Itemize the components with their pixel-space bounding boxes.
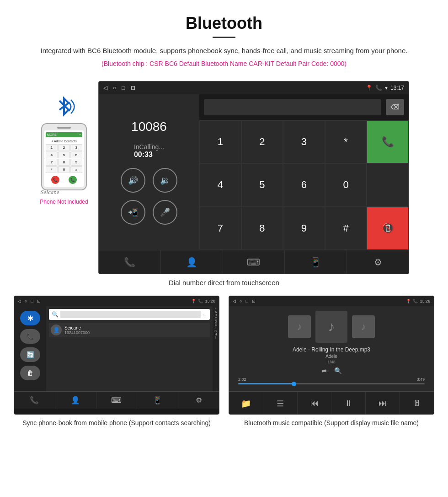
music-album-row: ♪ ♪ ♪ <box>288 311 375 343</box>
music-nav-play[interactable]: ⏸ <box>331 392 366 415</box>
dialpad-key-8[interactable]: 8 <box>241 207 283 250</box>
album-art-left: ♪ <box>288 315 311 338</box>
dialpad-key-3[interactable]: 3 <box>283 120 325 163</box>
pb-sidebar: ✱ 📞 🔄 🗑 <box>14 306 46 391</box>
pb-delete-icon[interactable]: 🗑 <box>20 366 40 380</box>
dialpad-key-7[interactable]: 7 <box>199 207 241 250</box>
bluetooth-specs: (Bluetooth chip : CSR BC6 Default Blueto… <box>18 60 430 67</box>
music-nav-folder[interactable]: 📁 <box>229 392 263 415</box>
music-nav-eq[interactable]: 🎚 <box>400 392 434 415</box>
car-nav-dialpad[interactable]: ⌨ <box>223 250 285 274</box>
dialpad-input-row: ⌫ <box>199 94 409 120</box>
pb-nav-contacts[interactable]: 👤 <box>55 392 96 409</box>
dialpad-key-star[interactable]: * <box>325 120 367 163</box>
dialpad-input-box[interactable] <box>204 99 381 115</box>
volume-up-btn[interactable]: 🔊 <box>121 168 145 193</box>
dialpad-key-zero[interactable]: 0 <box>325 163 367 206</box>
music-note-right: ♪ <box>361 321 366 333</box>
music-status-bar: ◁ ○ □ ⊡ 📍 📞 13:26 <box>229 296 434 306</box>
seicane-logo: Seicane <box>41 189 89 196</box>
dialpad-area: ⌫ 1 2 3 * 📞 4 5 6 0 7 8 <box>199 94 409 250</box>
pb-nav-calls[interactable]: 📞 <box>14 392 55 409</box>
car-nav-contacts[interactable]: 👤 <box>161 250 223 274</box>
pb-nav-dialpad[interactable]: ⌨ <box>96 392 138 409</box>
call-status: InCalling... <box>134 143 164 151</box>
pb-call-icon[interactable]: 📞 <box>20 329 40 344</box>
dialpad-key-6[interactable]: 6 <box>283 163 325 206</box>
car-status-bar: ◁ ○ □ ⊡ 📍 📞 ▾ 13:17 <box>99 81 409 94</box>
pb-back-arrow: ← <box>203 312 207 317</box>
pb-status-time: 13:20 <box>205 299 215 303</box>
page-header: Bluetooth Integrated with BC6 Bluetooth … <box>0 0 448 81</box>
progress-bar[interactable] <box>238 383 425 384</box>
phone-end-btn: 📞 <box>51 176 59 184</box>
phone-keypad: 1 2 3 4 5 6 7 8 9 * 0 # <box>46 144 82 173</box>
call-number: 10086 <box>131 119 167 134</box>
music-content: ♪ ♪ ♪ Adele - Rolling In the Deep.mp3 Ad… <box>229 306 434 391</box>
car-nav-settings[interactable]: ⚙ <box>347 250 409 274</box>
phone-call-btn: 📞 <box>69 176 77 184</box>
music-controls-row: ⇌ 🔍 <box>321 367 342 374</box>
time-current: 2:02 <box>238 377 246 382</box>
demo-area: MORE + + Add to Contacts 1 2 3 4 5 6 7 8… <box>0 81 448 274</box>
music-caption: Bluetooth music compatible (Support disp… <box>229 418 434 428</box>
pb-bluetooth-icon: ✱ <box>20 311 40 325</box>
pb-search-row: 🔍 ← <box>49 309 210 320</box>
music-nav-prev[interactable]: ⏮ <box>298 392 332 415</box>
track-artist: Adele <box>293 354 370 359</box>
phone-screen: MORE + + Add to Contacts 1 2 3 4 5 6 7 8… <box>44 130 84 187</box>
dialpad-key-2[interactable]: 2 <box>241 120 283 163</box>
music-status-time: 13:26 <box>420 299 430 303</box>
dialpad-key-5[interactable]: 5 <box>241 163 283 206</box>
music-search-icon[interactable]: 🔍 <box>334 367 342 374</box>
music-nav-list[interactable]: ☰ <box>263 392 298 415</box>
call-buttons: 🔊 🔉 📲 🎤 <box>121 168 177 225</box>
bluetooth-icon <box>53 94 75 121</box>
pb-bottom-nav: 📞 👤 ⌨ 📱 ⚙ <box>14 391 219 409</box>
phone-speaker <box>57 127 71 129</box>
progress-area: 2:02 3:49 <box>234 377 429 384</box>
music-note-left: ♪ <box>297 321 302 333</box>
pb-avatar: 👤 <box>51 324 62 335</box>
car-nav-phone[interactable]: 📱 <box>285 250 347 274</box>
album-art-right: ♪ <box>352 315 375 338</box>
dialpad-key-4[interactable]: 4 <box>199 163 241 206</box>
pb-nav-settings[interactable]: ⚙ <box>178 392 219 409</box>
pb-sync-icon[interactable]: 🔄 <box>20 347 40 362</box>
pb-search-input[interactable] <box>60 311 201 318</box>
music-note-main: ♪ <box>328 319 335 335</box>
phone-not-included: Phone Not Included <box>39 199 89 205</box>
dialpad-backspace-btn[interactable]: ⌫ <box>386 99 404 115</box>
album-art-main: ♪ <box>315 311 347 343</box>
dialpad-key-9[interactable]: 9 <box>283 207 325 250</box>
music-nav-next[interactable]: ⏭ <box>366 392 400 415</box>
caption-main: Dial number direct from touchscreen <box>0 279 448 286</box>
dialpad-key-1[interactable]: 1 <box>199 120 241 163</box>
transfer-btn[interactable]: 📲 <box>121 200 145 225</box>
pb-contact-name: Seicane <box>64 325 90 330</box>
volume-down-btn[interactable]: 🔉 <box>153 168 177 193</box>
progress-dot <box>292 382 296 386</box>
shuffle-icon[interactable]: ⇌ <box>321 367 327 374</box>
pb-content: ✱ 📞 🔄 🗑 🔍 ← 👤 Seicane 13 <box>14 306 219 391</box>
dialpad-key-hash[interactable]: # <box>325 207 367 250</box>
pb-alpha: * A B C D E F G H I <box>213 306 219 391</box>
car-bottom-nav: 📞 👤 ⌨ 📱 ⚙ <box>99 250 409 274</box>
phone-frame: MORE + + Add to Contacts 1 2 3 4 5 6 7 8… <box>41 123 87 190</box>
car-nav-calls[interactable]: 📞 <box>99 250 161 274</box>
pb-contact-phone: 13241007000 <box>64 330 90 335</box>
phonebook-block: ◁ ○ □ ⊡ 📍 📞 13:20 ✱ 📞 🔄 🗑 <box>14 296 219 428</box>
mute-btn[interactable]: 🎤 <box>153 200 177 225</box>
page-title: Bluetooth <box>18 14 430 33</box>
progress-fill <box>238 383 294 384</box>
phone-screen-header: MORE + <box>46 132 82 137</box>
dialpad-call-btn[interactable]: 📞 <box>367 120 409 163</box>
pb-main: 🔍 ← 👤 Seicane 13241007000 <box>46 306 213 391</box>
track-count: 1/48 <box>293 360 370 364</box>
call-left: 10086 InCalling... 00:33 🔊 🔉 📲 🎤 <box>99 94 199 250</box>
track-name: Adele - Rolling In the Deep.mp3 <box>293 346 370 353</box>
car-status-time: 13:17 <box>390 85 404 91</box>
car-content: 10086 InCalling... 00:33 🔊 🔉 📲 🎤 <box>99 94 409 250</box>
dialpad-endcall-btn[interactable]: 📵 <box>367 207 409 250</box>
pb-nav-phone[interactable]: 📱 <box>137 392 178 409</box>
